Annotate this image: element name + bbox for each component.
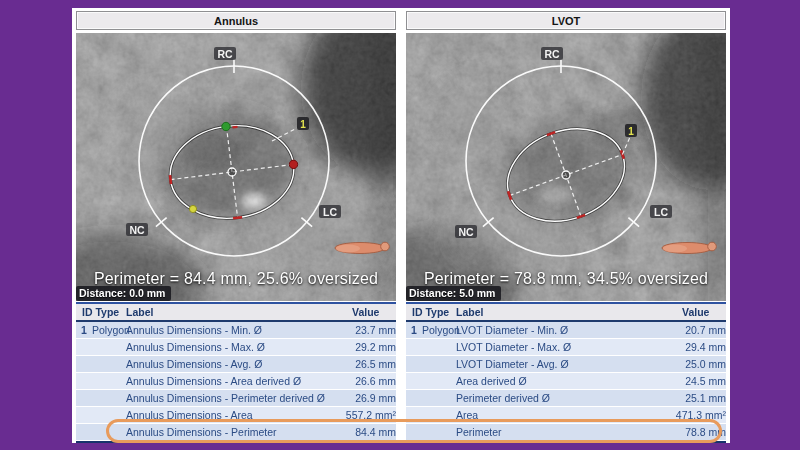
tab-lvot-label: LVOT xyxy=(552,15,581,27)
table-row-perimeter[interactable]: Annulus Dimensions - Perimeter84.4 mm xyxy=(76,424,396,441)
column-header-label: Label xyxy=(126,304,328,322)
tab-annulus[interactable]: Annulus xyxy=(76,11,396,30)
table-row[interactable]: 1PolygonLVOT Diameter - Min. Ø20.7 mm xyxy=(406,322,726,339)
measurement-table-lvot: ID Type Label Value 1PolygonLVOT Diamete… xyxy=(406,302,726,443)
ct-noise-fine xyxy=(406,33,726,301)
cusp-label-nc: NC xyxy=(458,226,474,238)
column-header-value: Value xyxy=(658,304,726,322)
table-row[interactable]: Annulus Dimensions - Max. Ø29.2 mm xyxy=(76,339,396,356)
contour-center-marker[interactable] xyxy=(228,168,236,176)
tab-lvot[interactable]: LVOT xyxy=(406,11,726,30)
table-row[interactable]: Annulus Dimensions - Avg. Ø26.5 mm xyxy=(76,356,396,373)
ct-viewport-lvot[interactable]: 1 RC NC LC xyxy=(406,33,726,301)
ct-scan-lvot: 1 RC NC LC xyxy=(406,33,726,301)
table-row[interactable]: Area derived Ø24.5 mm xyxy=(406,373,726,390)
contour-center-marker[interactable] xyxy=(562,171,570,179)
table-row[interactable]: Area471.3 mm² xyxy=(406,407,726,424)
cusp-label-rc: RC xyxy=(544,48,560,60)
tavr-measurement-window: Annulus xyxy=(0,0,800,450)
distance-overlay-text: Distance: 5.0 mm xyxy=(406,286,501,301)
table-row[interactable]: Annulus Dimensions - Area557.2 mm² xyxy=(76,407,396,424)
ct-scan-annulus: 1 RC NC LC xyxy=(76,33,396,301)
column-header-id-type: ID Type xyxy=(406,304,456,322)
table-row[interactable]: LVOT Diameter - Max. Ø29.4 mm xyxy=(406,339,726,356)
table-row[interactable]: LVOT Diameter - Avg. Ø25.0 mm xyxy=(406,356,726,373)
contour-id-label: 1 xyxy=(628,126,634,137)
table-row[interactable]: Perimeter derived Ø25.1 mm xyxy=(406,390,726,407)
table-row[interactable]: Annulus Dimensions - Area derived Ø26.6 … xyxy=(76,373,396,390)
distance-overlay-text: Distance: 0.0 mm xyxy=(76,286,171,301)
handle-green-dot[interactable] xyxy=(222,122,230,130)
panel-annulus: Annulus xyxy=(76,8,396,443)
measurement-table-annulus: ID Type Label Value 1PolygonAnnulus Dime… xyxy=(76,302,396,443)
cusp-label-nc: NC xyxy=(129,224,145,236)
column-header-label: Label xyxy=(456,304,658,322)
cusp-label-lc: LC xyxy=(323,206,337,218)
panel-lvot: LVOT xyxy=(406,8,726,443)
table-header-row: ID Type Label Value xyxy=(406,304,726,322)
tab-annulus-label: Annulus xyxy=(214,15,258,27)
ct-noise-fine xyxy=(76,33,396,301)
column-header-value: Value xyxy=(328,304,396,322)
handle-red-dot[interactable] xyxy=(289,160,297,168)
table-row-perimeter[interactable]: Perimeter78.8 mm xyxy=(406,424,726,441)
table-header-row: ID Type Label Value xyxy=(76,304,396,322)
column-header-id-type: ID Type xyxy=(76,304,126,322)
table-row[interactable]: 1PolygonAnnulus Dimensions - Min. Ø23.7 … xyxy=(76,322,396,339)
handle-yellow-dot[interactable] xyxy=(189,205,196,212)
cusp-label-lc: LC xyxy=(654,206,668,218)
contour-id-label: 1 xyxy=(300,119,306,130)
cusp-label-rc: RC xyxy=(217,48,233,60)
ct-viewport-annulus[interactable]: 1 RC NC LC xyxy=(76,33,396,301)
content-area: Annulus xyxy=(72,8,730,443)
table-row[interactable]: Annulus Dimensions - Perimeter derived Ø… xyxy=(76,390,396,407)
